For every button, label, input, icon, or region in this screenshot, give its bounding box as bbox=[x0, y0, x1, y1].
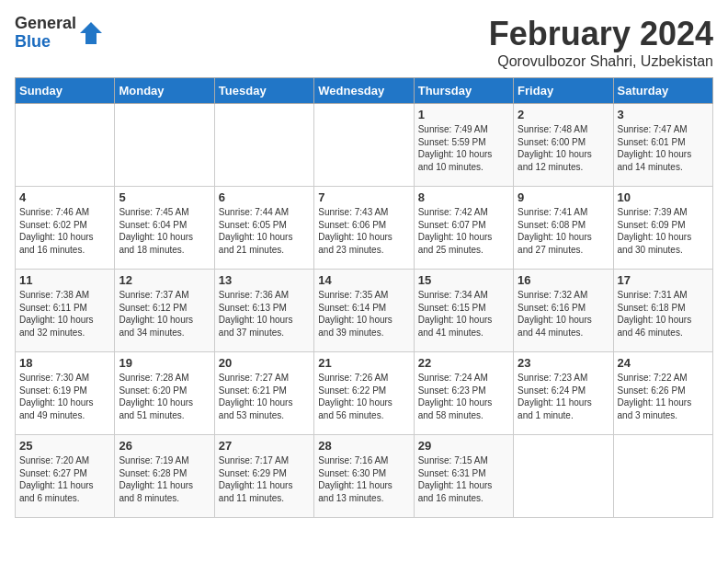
day-info: Sunrise: 7:47 AM Sunset: 6:01 PM Dayligh… bbox=[618, 124, 692, 172]
day-info: Sunrise: 7:16 AM Sunset: 6:30 PM Dayligh… bbox=[318, 455, 392, 503]
calendar-cell: 21Sunrise: 7:26 AM Sunset: 6:22 PM Dayli… bbox=[314, 352, 414, 435]
day-info: Sunrise: 7:36 AM Sunset: 6:13 PM Dayligh… bbox=[219, 290, 293, 338]
calendar-cell bbox=[514, 435, 613, 518]
calendar-cell: 18Sunrise: 7:30 AM Sunset: 6:19 PM Dayli… bbox=[16, 352, 115, 435]
calendar-cell: 20Sunrise: 7:27 AM Sunset: 6:21 PM Dayli… bbox=[214, 352, 313, 435]
calendar-header: SundayMondayTuesdayWednesdayThursdayFrid… bbox=[16, 78, 713, 104]
day-number: 6 bbox=[219, 190, 310, 204]
calendar-cell: 8Sunrise: 7:42 AM Sunset: 6:07 PM Daylig… bbox=[414, 187, 513, 270]
calendar-cell: 29Sunrise: 7:15 AM Sunset: 6:31 PM Dayli… bbox=[414, 435, 513, 518]
calendar-cell: 9Sunrise: 7:41 AM Sunset: 6:08 PM Daylig… bbox=[514, 187, 613, 270]
day-number: 17 bbox=[618, 273, 709, 287]
day-info: Sunrise: 7:26 AM Sunset: 6:22 PM Dayligh… bbox=[318, 373, 392, 420]
day-info: Sunrise: 7:49 AM Sunset: 5:59 PM Dayligh… bbox=[418, 124, 493, 172]
calendar-cell: 4Sunrise: 7:46 AM Sunset: 6:02 PM Daylig… bbox=[16, 187, 115, 270]
calendar-table: SundayMondayTuesdayWednesdayThursdayFrid… bbox=[15, 77, 713, 518]
day-info: Sunrise: 7:28 AM Sunset: 6:20 PM Dayligh… bbox=[119, 373, 193, 420]
calendar-cell: 15Sunrise: 7:34 AM Sunset: 6:15 PM Dayli… bbox=[414, 270, 513, 352]
day-number: 20 bbox=[219, 356, 310, 370]
calendar-title: February 2024 bbox=[489, 15, 713, 53]
calendar-body: 1Sunrise: 7:49 AM Sunset: 5:59 PM Daylig… bbox=[16, 104, 713, 518]
day-info: Sunrise: 7:41 AM Sunset: 6:08 PM Dayligh… bbox=[518, 207, 592, 255]
calendar-cell: 7Sunrise: 7:43 AM Sunset: 6:06 PM Daylig… bbox=[314, 187, 414, 270]
weekday-header-monday: Monday bbox=[115, 78, 214, 104]
day-info: Sunrise: 7:48 AM Sunset: 6:00 PM Dayligh… bbox=[518, 124, 592, 172]
day-number: 24 bbox=[618, 356, 709, 370]
day-number: 12 bbox=[119, 273, 210, 287]
calendar-cell: 11Sunrise: 7:38 AM Sunset: 6:11 PM Dayli… bbox=[16, 270, 115, 352]
day-info: Sunrise: 7:32 AM Sunset: 6:16 PM Dayligh… bbox=[518, 290, 592, 338]
weekday-header-sunday: Sunday bbox=[16, 78, 115, 104]
day-number: 2 bbox=[518, 108, 609, 121]
day-number: 21 bbox=[318, 356, 409, 370]
day-info: Sunrise: 7:46 AM Sunset: 6:02 PM Dayligh… bbox=[19, 207, 94, 255]
day-info: Sunrise: 7:20 AM Sunset: 6:27 PM Dayligh… bbox=[19, 455, 94, 503]
logo-text: General Blue bbox=[15, 15, 76, 52]
day-number: 18 bbox=[19, 356, 110, 370]
day-number: 11 bbox=[19, 273, 110, 287]
calendar-subtitle: Qorovulbozor Shahri, Uzbekistan bbox=[489, 53, 713, 70]
day-info: Sunrise: 7:43 AM Sunset: 6:06 PM Dayligh… bbox=[318, 207, 392, 255]
calendar-cell: 27Sunrise: 7:17 AM Sunset: 6:29 PM Dayli… bbox=[214, 435, 313, 518]
calendar-cell bbox=[115, 104, 214, 187]
calendar-cell bbox=[314, 104, 414, 187]
day-info: Sunrise: 7:35 AM Sunset: 6:14 PM Dayligh… bbox=[318, 290, 392, 338]
day-info: Sunrise: 7:42 AM Sunset: 6:07 PM Dayligh… bbox=[418, 207, 493, 255]
calendar-cell: 1Sunrise: 7:49 AM Sunset: 5:59 PM Daylig… bbox=[414, 104, 513, 187]
day-number: 15 bbox=[418, 273, 509, 287]
day-info: Sunrise: 7:23 AM Sunset: 6:24 PM Dayligh… bbox=[518, 373, 592, 420]
calendar-week-3: 11Sunrise: 7:38 AM Sunset: 6:11 PM Dayli… bbox=[16, 270, 713, 352]
calendar-cell: 28Sunrise: 7:16 AM Sunset: 6:30 PM Dayli… bbox=[314, 435, 414, 518]
calendar-cell bbox=[613, 435, 712, 518]
calendar-cell: 14Sunrise: 7:35 AM Sunset: 6:14 PM Dayli… bbox=[314, 270, 414, 352]
calendar-week-2: 4Sunrise: 7:46 AM Sunset: 6:02 PM Daylig… bbox=[16, 187, 713, 270]
calendar-cell: 6Sunrise: 7:44 AM Sunset: 6:05 PM Daylig… bbox=[214, 187, 313, 270]
day-info: Sunrise: 7:45 AM Sunset: 6:04 PM Dayligh… bbox=[119, 207, 193, 255]
day-number: 22 bbox=[418, 356, 509, 370]
logo-blue: Blue bbox=[15, 33, 76, 52]
calendar-cell: 12Sunrise: 7:37 AM Sunset: 6:12 PM Dayli… bbox=[115, 270, 214, 352]
day-info: Sunrise: 7:38 AM Sunset: 6:11 PM Dayligh… bbox=[19, 290, 94, 338]
calendar-cell bbox=[214, 104, 313, 187]
calendar-cell: 17Sunrise: 7:31 AM Sunset: 6:18 PM Dayli… bbox=[613, 270, 712, 352]
day-number: 28 bbox=[318, 439, 409, 453]
calendar-cell bbox=[16, 104, 115, 187]
day-number: 10 bbox=[618, 190, 709, 204]
logo-general: General bbox=[15, 15, 76, 33]
day-info: Sunrise: 7:39 AM Sunset: 6:09 PM Dayligh… bbox=[618, 207, 692, 255]
calendar-cell: 16Sunrise: 7:32 AM Sunset: 6:16 PM Dayli… bbox=[514, 270, 613, 352]
day-number: 29 bbox=[418, 439, 509, 453]
page-header: General Blue February 2024 Qorovulbozor … bbox=[15, 15, 713, 70]
calendar-cell: 3Sunrise: 7:47 AM Sunset: 6:01 PM Daylig… bbox=[613, 104, 712, 187]
day-info: Sunrise: 7:15 AM Sunset: 6:31 PM Dayligh… bbox=[418, 455, 493, 503]
day-info: Sunrise: 7:31 AM Sunset: 6:18 PM Dayligh… bbox=[618, 290, 692, 338]
calendar-week-4: 18Sunrise: 7:30 AM Sunset: 6:19 PM Dayli… bbox=[16, 352, 713, 435]
day-number: 13 bbox=[219, 273, 310, 287]
day-number: 8 bbox=[418, 190, 509, 204]
day-number: 16 bbox=[518, 273, 609, 287]
day-info: Sunrise: 7:22 AM Sunset: 6:26 PM Dayligh… bbox=[618, 373, 692, 420]
day-number: 1 bbox=[418, 108, 509, 121]
logo: General Blue bbox=[15, 15, 104, 52]
day-number: 26 bbox=[119, 439, 210, 453]
day-number: 7 bbox=[318, 190, 409, 204]
day-number: 9 bbox=[518, 190, 609, 204]
day-info: Sunrise: 7:34 AM Sunset: 6:15 PM Dayligh… bbox=[418, 290, 493, 338]
day-number: 23 bbox=[518, 356, 609, 370]
title-section: February 2024 Qorovulbozor Shahri, Uzbek… bbox=[489, 15, 713, 70]
weekday-header-saturday: Saturday bbox=[613, 78, 712, 104]
day-number: 14 bbox=[318, 273, 409, 287]
weekday-header-friday: Friday bbox=[514, 78, 613, 104]
day-info: Sunrise: 7:24 AM Sunset: 6:23 PM Dayligh… bbox=[418, 373, 493, 420]
day-number: 5 bbox=[119, 190, 210, 204]
day-number: 3 bbox=[618, 108, 709, 121]
calendar-week-5: 25Sunrise: 7:20 AM Sunset: 6:27 PM Dayli… bbox=[16, 435, 713, 518]
calendar-cell: 23Sunrise: 7:23 AM Sunset: 6:24 PM Dayli… bbox=[514, 352, 613, 435]
calendar-cell: 19Sunrise: 7:28 AM Sunset: 6:20 PM Dayli… bbox=[115, 352, 214, 435]
day-number: 4 bbox=[19, 190, 110, 204]
weekday-header-row: SundayMondayTuesdayWednesdayThursdayFrid… bbox=[16, 78, 713, 104]
svg-marker-0 bbox=[80, 22, 102, 44]
calendar-cell: 13Sunrise: 7:36 AM Sunset: 6:13 PM Dayli… bbox=[214, 270, 313, 352]
calendar-cell: 25Sunrise: 7:20 AM Sunset: 6:27 PM Dayli… bbox=[16, 435, 115, 518]
weekday-header-tuesday: Tuesday bbox=[214, 78, 313, 104]
